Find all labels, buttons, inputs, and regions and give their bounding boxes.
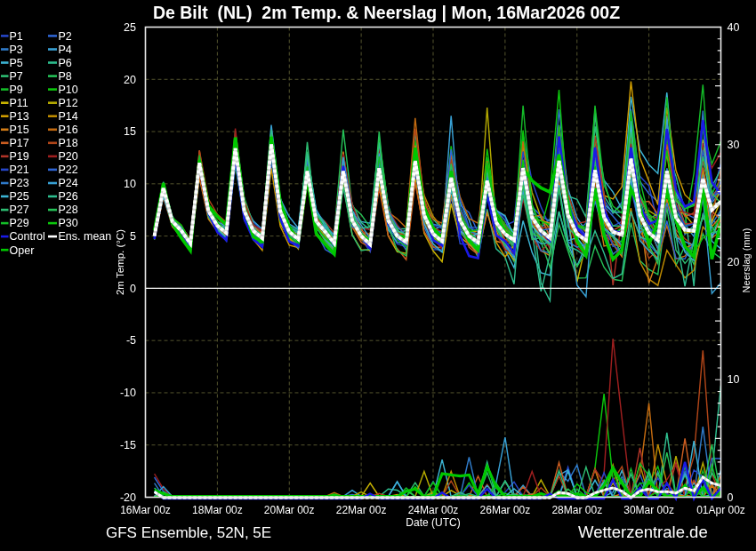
svg-text:16Mar 00z: 16Mar 00z <box>120 504 171 516</box>
svg-text:28Mar 00z: 28Mar 00z <box>551 504 602 516</box>
svg-text:2m Temp. (°C): 2m Temp. (°C) <box>115 229 125 295</box>
svg-text:30: 30 <box>728 139 740 151</box>
svg-text:P9: P9 <box>10 84 23 96</box>
svg-text:P2: P2 <box>59 30 72 43</box>
svg-text:De Bilt (NL) 2m Temp. & Neer: De Bilt (NL) 2m Temp. & Neerslag | Mon, … <box>153 3 620 22</box>
svg-text:P25: P25 <box>10 190 29 203</box>
svg-text:P13: P13 <box>10 110 29 123</box>
svg-text:P6: P6 <box>59 57 72 69</box>
svg-text:P8: P8 <box>59 70 72 83</box>
svg-text:0: 0 <box>130 283 136 295</box>
svg-text:10: 10 <box>728 373 740 386</box>
svg-text:P21: P21 <box>10 164 29 176</box>
svg-text:P4: P4 <box>59 44 72 56</box>
svg-text:P28: P28 <box>59 204 78 216</box>
svg-text:P23: P23 <box>10 177 29 189</box>
svg-text:Ens. mean: Ens. mean <box>59 230 112 243</box>
svg-text:22Mar 00z: 22Mar 00z <box>336 504 387 516</box>
svg-text:GFS Ensemble, 52N, 5E: GFS Ensemble, 52N, 5E <box>106 524 271 541</box>
svg-text:P22: P22 <box>59 164 78 176</box>
svg-text:0: 0 <box>728 491 734 504</box>
svg-text:-15: -15 <box>120 439 136 451</box>
svg-text:20: 20 <box>728 256 740 268</box>
svg-text:P26: P26 <box>59 190 78 203</box>
svg-text:P24: P24 <box>59 177 78 189</box>
svg-text:25: 25 <box>124 21 136 34</box>
svg-text:P7: P7 <box>10 70 23 83</box>
svg-text:01Apr 00z: 01Apr 00z <box>696 504 745 516</box>
svg-text:-5: -5 <box>126 334 136 347</box>
svg-text:P10: P10 <box>59 84 78 96</box>
svg-text:5: 5 <box>130 230 136 243</box>
svg-text:P29: P29 <box>10 217 29 229</box>
svg-text:P19: P19 <box>10 150 29 163</box>
svg-text:15: 15 <box>124 125 136 138</box>
svg-text:20Mar 00z: 20Mar 00z <box>264 504 315 516</box>
svg-text:P18: P18 <box>59 137 78 149</box>
svg-text:P16: P16 <box>59 124 78 136</box>
svg-text:40: 40 <box>728 21 740 34</box>
svg-text:P11: P11 <box>10 97 28 109</box>
svg-text:Oper: Oper <box>10 244 35 257</box>
svg-text:Neerslag (mm): Neerslag (mm) <box>741 228 752 293</box>
svg-text:10: 10 <box>124 178 136 190</box>
svg-text:P1: P1 <box>10 30 23 43</box>
svg-text:26Mar 00z: 26Mar 00z <box>480 504 531 516</box>
svg-text:24Mar 00z: 24Mar 00z <box>408 504 459 516</box>
svg-text:P5: P5 <box>10 57 23 69</box>
svg-text:P17: P17 <box>10 137 29 149</box>
svg-text:P12: P12 <box>59 97 78 109</box>
svg-text:P15: P15 <box>10 124 29 136</box>
svg-text:Date (UTC): Date (UTC) <box>406 516 460 529</box>
svg-text:P20: P20 <box>59 150 78 163</box>
svg-text:Wetterzentrale.de: Wetterzentrale.de <box>578 523 708 541</box>
svg-text:P27: P27 <box>10 204 29 216</box>
svg-text:P3: P3 <box>10 44 23 56</box>
svg-text:18Mar 00z: 18Mar 00z <box>192 504 243 516</box>
svg-text:20: 20 <box>124 74 136 86</box>
svg-text:P30: P30 <box>59 217 78 229</box>
svg-text:P14: P14 <box>59 110 78 123</box>
svg-text:Control: Control <box>10 230 45 243</box>
svg-text:-20: -20 <box>120 491 136 504</box>
svg-text:30Mar 00z: 30Mar 00z <box>623 504 674 516</box>
svg-text:-10: -10 <box>120 387 136 399</box>
